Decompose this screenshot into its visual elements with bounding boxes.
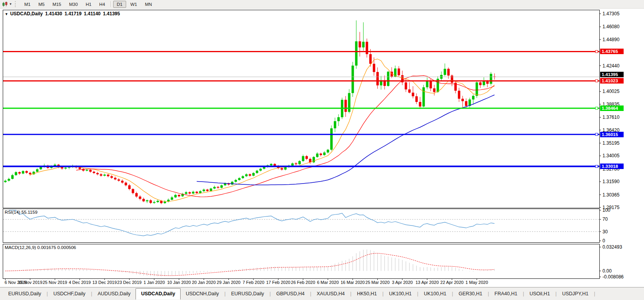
chart-tab-audusd-daily[interactable]: AUDUSD,Daily — [92, 289, 136, 298]
price-axis-tick: 1.40025 — [602, 89, 619, 94]
chart-tab-fra40-h1[interactable]: FRA40,H1 — [489, 289, 522, 298]
chart-tab-uk100-h1[interactable]: UK100,H1 — [419, 289, 452, 298]
timeframe-button-w1[interactable]: W1 — [127, 1, 141, 8]
chart-tab-hk50-h1[interactable]: HK50,H1 — [352, 289, 382, 298]
price-line-tag: 1.36015 — [600, 132, 624, 137]
price-axis-tick: 1.44890 — [602, 37, 619, 42]
rsi-axis-tick: 0 — [602, 238, 605, 244]
rsi-indicator-label: RSI(14) 55.1159 — [5, 210, 38, 215]
toolbar-separator — [110, 1, 111, 7]
chart-tab-usdchf-daily[interactable]: USDCHF,Daily — [48, 289, 90, 298]
price-axis-tick: 1.31590 — [602, 179, 619, 184]
price-line-tag: 1.41023 — [600, 78, 624, 84]
chart-tab-ger30-h1[interactable]: GER30,H1 — [454, 289, 487, 298]
chart-tab-xauusd-h4[interactable]: XAUUSD,H4 — [312, 289, 350, 298]
macd-axis-tick: -0.008086 — [602, 274, 624, 280]
ohlc-open: 1.41430 — [45, 11, 62, 16]
chart-tab-usoil-h1[interactable]: USOil,H1 — [525, 289, 555, 298]
chart-tab-eurusd-daily[interactable]: EURUSD,Daily — [3, 289, 46, 298]
price-axis-tick: 1.35195 — [602, 140, 619, 146]
rsi-axis-tick: 70 — [602, 216, 608, 222]
mt4-terminal: ▼ M1M5M15M30H1H4D1W1MN ▼USDCAD,Daily1.41… — [0, 0, 644, 300]
timeframe-button-mn[interactable]: MN — [141, 1, 156, 8]
rsi-axis-tick: 100 — [602, 207, 610, 213]
macd-axis-tick: 0.00 — [602, 268, 611, 274]
date-axis-label: 1 May 2020 — [462, 280, 492, 285]
chart-tab-usdcad-daily[interactable]: USDCAD,Daily — [136, 288, 181, 300]
chart-title: ▼USDCAD,Daily1.414301.417191.411401.4139… — [5, 11, 122, 16]
candlestick-chart-icon[interactable] — [2, 1, 9, 7]
timeframe-button-m30[interactable]: M30 — [65, 1, 81, 8]
price-axis-tick: 1.47305 — [602, 11, 619, 16]
price-line-tag: 1.43765 — [600, 49, 624, 54]
timeframe-button-h1[interactable]: H1 — [82, 1, 95, 8]
price-axis-tick: 1.46080 — [602, 24, 619, 29]
tab-separator: | — [593, 291, 595, 296]
price-axis-tick: 1.34005 — [602, 153, 619, 158]
price-axis-tick: 1.30365 — [602, 192, 619, 198]
chart-tab-gbpusd-h4[interactable]: GBPUSD,H4 — [271, 289, 309, 298]
macd-indicator-label: MACD(12,26,9) 0.001675 0.000506 — [5, 245, 76, 250]
timeframe-button-h4[interactable]: H4 — [96, 1, 109, 8]
timeframe-button-m1[interactable]: M1 — [21, 1, 34, 8]
ohlc-close: 1.41395 — [103, 11, 120, 16]
timeframe-button-m15[interactable]: M15 — [49, 1, 65, 8]
toolbar-grip-handle[interactable] — [15, 1, 18, 7]
price-axis-tick: 1.42440 — [602, 63, 619, 69]
ohlc-low: 1.41140 — [84, 11, 101, 16]
chart-tab-uk100-h1[interactable]: UK100,H1 — [384, 289, 417, 298]
price-axis-tick: 1.37610 — [602, 115, 619, 120]
chart-tab-eurusd-daily[interactable]: EURUSD,Daily — [226, 289, 269, 298]
timeframe-toolbar: ▼ M1M5M15M30H1H4D1W1MN — [0, 0, 644, 9]
macd-axis-tick: 0.032493 — [602, 244, 622, 250]
price-line-tag: 1.38464 — [600, 105, 624, 111]
chevron-down-icon[interactable]: ▼ — [5, 12, 8, 16]
timeframe-buttons: M1M5M15M30H1H4D1W1MN — [20, 1, 156, 8]
timeframe-button-d1[interactable]: D1 — [113, 1, 126, 8]
chevron-down-icon[interactable]: ▼ — [9, 2, 12, 6]
chart-tab-usdjpy-h1[interactable]: USDJPY,H1 — [557, 289, 593, 298]
chart-tab-usdcnh-daily[interactable]: USDCNH,Daily — [181, 289, 224, 298]
price-line-tag: 1.33018 — [600, 164, 624, 169]
price-line-tag: 1.41395 — [600, 72, 624, 77]
chart-window: ▼USDCAD,Daily1.414301.417191.411401.4139… — [0, 9, 644, 287]
ohlc-high: 1.41719 — [65, 11, 81, 16]
chart-tab-bar: EURUSD,Daily|USDCHF,Daily|AUDUSD,DailyUS… — [0, 287, 644, 300]
candlestick-chart-glyph — [2, 2, 8, 7]
rsi-axis-tick: 30 — [602, 229, 608, 235]
chart-symbol-label: USDCAD,Daily — [10, 11, 43, 16]
timeframe-button-m5[interactable]: M5 — [35, 1, 48, 8]
chart-canvas[interactable] — [0, 9, 644, 287]
